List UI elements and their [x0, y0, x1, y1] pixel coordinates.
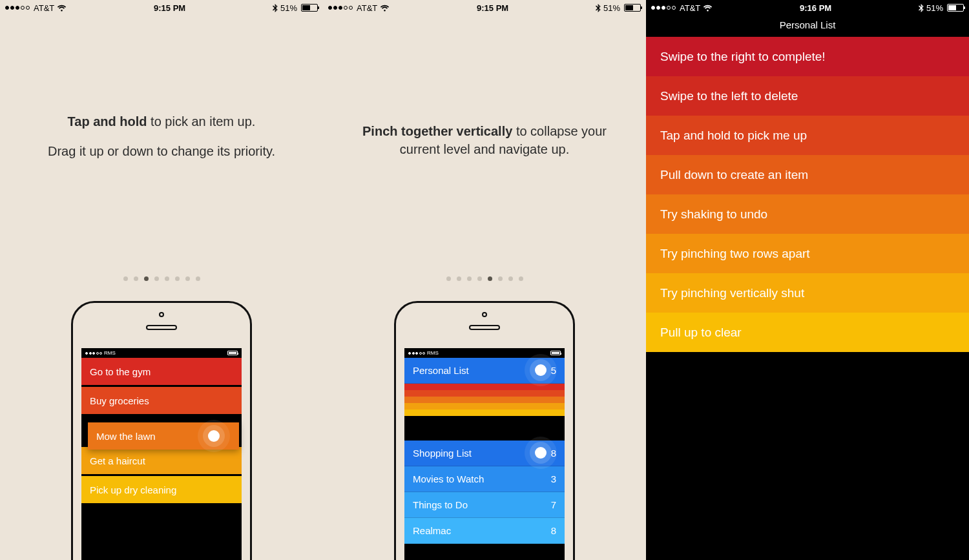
collapsed-stripe [404, 403, 565, 410]
page-dot[interactable] [123, 276, 128, 281]
list-name: Shopping List [413, 448, 472, 459]
list-name: Movies to Watch [413, 473, 484, 484]
tip-bold: Tap and hold [68, 114, 147, 129]
phone-camera-icon [159, 312, 164, 317]
task-row[interactable]: Pull up to clear [646, 313, 969, 352]
carrier-label: AT&T [357, 3, 377, 13]
collapsed-stripe [404, 384, 565, 390]
wifi-icon [57, 5, 67, 12]
onboarding-panel-2: AT&T 9:15 PM 51% Pinch together vertical… [323, 0, 646, 560]
clock: 9:15 PM [477, 3, 508, 13]
carrier-label: AT&T [34, 3, 54, 13]
page-dot[interactable] [154, 276, 159, 281]
battery-icon [301, 4, 318, 12]
status-bar: AT&T 9:15 PM 51% [323, 0, 646, 16]
task-row[interactable]: Pull down to create an item [646, 155, 969, 194]
onboarding-tip: Pinch together vertically to collapse yo… [323, 122, 646, 158]
task-row[interactable]: Try shaking to undo [646, 194, 969, 234]
task-row[interactable]: Tap and hold to pick me up [646, 116, 969, 155]
collapsed-stripe [404, 390, 565, 397]
list-count: 3 [551, 473, 556, 484]
touch-indicator-icon [208, 430, 220, 442]
page-dot[interactable] [508, 276, 513, 281]
page-dot[interactable] [165, 276, 169, 281]
task-row[interactable]: Swipe to the left to delete [646, 76, 969, 116]
battery-icon [624, 4, 641, 12]
touch-indicator-icon [535, 447, 547, 459]
list-count: 7 [551, 499, 556, 510]
collapsed-stripe [404, 410, 565, 416]
app-main-panel: AT&T 9:16 PM 51% Personal List Swipe to … [646, 0, 969, 560]
mini-signal-icon [85, 352, 102, 355]
mini-battery-icon [227, 351, 238, 355]
list-name: Things to Do [413, 499, 468, 510]
task-row[interactable]: Buy groceries [81, 387, 242, 414]
page-dot[interactable] [477, 276, 482, 281]
onboarding-tip: Tap and hold to pick an item up. Drag it… [0, 112, 323, 160]
page-dot[interactable] [144, 276, 149, 281]
battery-percent: 51% [603, 3, 620, 13]
task-row[interactable]: Pick up dry cleaning [81, 476, 242, 503]
page-dot[interactable] [488, 276, 492, 281]
list-count: 5 [551, 365, 556, 376]
collapsed-stripe [404, 397, 565, 403]
battery-percent: 51% [926, 3, 943, 13]
touch-indicator-icon [535, 364, 547, 376]
page-indicator[interactable] [0, 276, 323, 281]
tip-bold: Pinch together vertically [362, 124, 512, 138]
page-dot[interactable] [175, 276, 180, 281]
task-row[interactable]: Try pinching two rows apart [646, 234, 969, 273]
onboarding-panel-1: AT&T 9:15 PM 51% Tap and hold to pick an… [0, 0, 323, 560]
page-dot[interactable] [196, 276, 200, 281]
list-count: 8 [551, 525, 556, 536]
mini-battery-icon [550, 351, 561, 355]
wifi-icon [380, 5, 390, 12]
task-row-dragging[interactable]: Mow the lawn [88, 422, 239, 450]
page-dot[interactable] [467, 276, 472, 281]
phone-screen: RMS Personal List5 Shopping List8Movies … [404, 348, 565, 560]
signal-strength-icon [5, 6, 30, 10]
tip-secondary: Drag it up or down to change its priorit… [39, 142, 284, 160]
list-name: Personal List [413, 365, 469, 376]
signal-strength-icon [328, 6, 353, 10]
list-count: 8 [551, 448, 556, 459]
status-bar: AT&T 9:15 PM 51% [0, 0, 323, 16]
carrier-label: AT&T [680, 3, 700, 13]
list-name: Realmac [413, 525, 451, 536]
page-dot[interactable] [519, 276, 523, 281]
mini-signal-icon [408, 352, 425, 355]
task-row[interactable]: Try pinching vertically shut [646, 273, 969, 313]
phone-mock: RMS Personal List5 Shopping List8Movies … [394, 301, 575, 560]
page-dot[interactable] [457, 276, 461, 281]
battery-icon [947, 4, 964, 12]
phone-camera-icon [482, 312, 487, 317]
task-row[interactable]: Swipe to the right to complete! [646, 37, 969, 76]
clock: 9:16 PM [800, 3, 831, 13]
list-row[interactable]: Movies to Watch3 [404, 466, 565, 492]
battery-percent: 51% [280, 3, 297, 13]
bluetooth-icon [596, 4, 601, 12]
list-title[interactable]: Personal List [646, 16, 969, 37]
wifi-icon [703, 5, 713, 12]
page-dot[interactable] [134, 276, 138, 281]
phone-screen: RMS Go to the gymBuy groceriesGet a hair… [81, 348, 242, 560]
list-row[interactable]: Things to Do7 [404, 492, 565, 518]
tip-rest: to pick an item up. [147, 114, 256, 129]
page-dot[interactable] [498, 276, 503, 281]
bluetooth-icon [273, 4, 278, 12]
phone-mock: RMS Go to the gymBuy groceriesGet a hair… [71, 301, 252, 560]
page-dot[interactable] [446, 276, 451, 281]
mini-carrier: RMS [104, 350, 116, 356]
list-row[interactable]: Realmac8 [404, 518, 565, 544]
clock: 9:15 PM [154, 3, 185, 13]
page-dot[interactable] [185, 276, 190, 281]
task-row[interactable]: Get a haircut [81, 447, 242, 474]
phone-speaker-icon [146, 325, 177, 330]
phone-speaker-icon [469, 325, 500, 330]
mini-carrier: RMS [427, 350, 439, 356]
status-bar: AT&T 9:16 PM 51% [646, 0, 969, 16]
bluetooth-icon [919, 4, 924, 12]
task-row[interactable]: Go to the gym [81, 358, 242, 385]
page-indicator[interactable] [323, 276, 646, 281]
signal-strength-icon [651, 6, 676, 10]
